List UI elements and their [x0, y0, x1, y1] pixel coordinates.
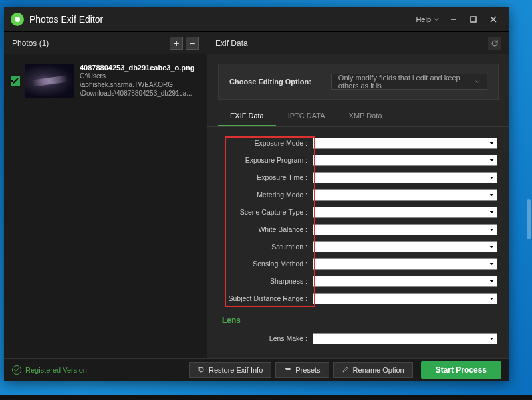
row-sensing-method: Sensing Method : — [219, 257, 497, 270]
row-lens-make: Lens Make : — [219, 332, 497, 345]
chevron-down-icon — [489, 175, 494, 180]
scrollbar-thumb[interactable] — [527, 199, 531, 239]
label-exposure-program: Exposure Program : — [219, 156, 313, 164]
photo-item[interactable]: 40878804253_db291cabc3_o.png C:\Users \a… — [11, 64, 200, 98]
row-exposure-time: Exposure Time : — [219, 171, 497, 184]
input-saturation[interactable] — [313, 241, 497, 252]
chevron-down-icon — [489, 279, 494, 284]
chevron-down-icon — [434, 17, 439, 22]
chevron-down-icon — [489, 210, 494, 215]
minimize-button[interactable] — [444, 11, 463, 27]
presets-label: Presets — [295, 366, 320, 374]
pencil-icon — [342, 366, 349, 373]
label-lens-make: Lens Make : — [219, 334, 313, 342]
input-exposure-program[interactable] — [313, 155, 497, 166]
titlebar: Photos Exif Editor Help — [4, 7, 509, 32]
label-scene-capture: Scene Capture Type : — [219, 208, 313, 216]
exif-pane: Exif Data Choose Editing Option: Only mo… — [207, 32, 509, 358]
row-sharpness: Sharpness : — [219, 274, 497, 288]
input-sharpness[interactable] — [313, 276, 497, 287]
row-exposure-mode: Exposure Mode : — [219, 136, 497, 150]
exif-header: Exif Data — [207, 32, 509, 54]
input-lens-make[interactable] — [313, 333, 497, 344]
chevron-down-icon — [489, 296, 494, 301]
section-lens: Lens — [222, 316, 497, 325]
help-menu[interactable]: Help — [412, 13, 443, 26]
restore-label: Restore Exif Info — [209, 366, 263, 374]
restore-icon — [198, 366, 205, 373]
close-button[interactable] — [484, 11, 503, 27]
row-scene-capture: Scene Capture Type : — [219, 205, 497, 219]
row-metering-mode: Metering Mode : — [219, 188, 497, 201]
registered-label: Registered Version — [25, 366, 87, 374]
start-process-button[interactable]: Start Process — [421, 361, 501, 379]
editing-option-value: Only modify fields that i edit and keep … — [338, 74, 476, 90]
refresh-button[interactable] — [488, 37, 501, 50]
taskbar — [0, 395, 532, 400]
input-exposure-time[interactable] — [313, 172, 497, 183]
row-exposure-program: Exposure Program : — [219, 153, 497, 167]
chevron-down-icon — [489, 193, 494, 197]
chevron-down-icon — [489, 245, 494, 249]
chevron-down-icon — [489, 227, 494, 232]
photo-path-line2: \abhishek.sharma.TWEAKORG — [80, 80, 200, 89]
label-subject-distance: Subject Distance Range : — [219, 294, 313, 302]
app-logo-icon — [11, 13, 24, 26]
input-white-balance[interactable] — [313, 224, 497, 235]
exif-form: Exposure Mode : Exposure Program : Expos… — [207, 127, 509, 358]
label-sharpness: Sharpness : — [219, 277, 313, 285]
chevron-down-icon — [475, 79, 480, 84]
presets-button[interactable]: Presets — [275, 362, 329, 378]
tab-exif[interactable]: EXIF Data — [218, 106, 276, 126]
label-saturation: Saturation : — [219, 243, 313, 250]
photo-checkbox[interactable] — [11, 76, 20, 86]
editing-option-label: Choose Editing Option: — [229, 78, 311, 86]
input-scene-capture[interactable] — [313, 207, 497, 218]
label-sensing-method: Sensing Method : — [219, 260, 313, 268]
row-saturation: Saturation : — [219, 240, 497, 253]
help-label: Help — [416, 15, 431, 23]
input-subject-distance[interactable] — [313, 293, 497, 304]
photo-filename: 40878804253_db291cabc3_o.png — [80, 64, 200, 72]
data-tabs: EXIF Data IPTC DATA XMP Data — [207, 106, 509, 127]
photos-header: Photos (1) + − — [4, 32, 207, 54]
remove-photo-button[interactable]: − — [186, 37, 199, 50]
input-exposure-mode[interactable] — [313, 138, 497, 149]
label-exposure-mode: Exposure Mode : — [219, 139, 313, 147]
photo-meta: 40878804253_db291cabc3_o.png C:\Users \a… — [80, 64, 200, 98]
photo-path-line1: C:\Users — [80, 72, 200, 80]
editing-option-select[interactable]: Only modify fields that i edit and keep … — [331, 74, 487, 90]
label-white-balance: White Balance : — [219, 225, 313, 233]
photos-count: Photos (1) — [12, 39, 167, 48]
check-circle-icon — [12, 365, 21, 375]
tab-iptc[interactable]: IPTC DATA — [276, 106, 337, 126]
tab-xmp[interactable]: XMP Data — [337, 106, 394, 126]
chevron-down-icon — [489, 141, 494, 146]
rename-option-button[interactable]: Rename Option — [333, 362, 413, 378]
add-photo-button[interactable]: + — [170, 37, 183, 50]
footer: Registered Version Restore Exif Info Pre… — [4, 358, 509, 381]
restore-exif-button[interactable]: Restore Exif Info — [189, 362, 271, 378]
registered-badge: Registered Version — [12, 365, 87, 375]
label-exposure-time: Exposure Time : — [219, 173, 313, 181]
row-white-balance: White Balance : — [219, 223, 497, 236]
photo-thumbnail — [25, 64, 74, 98]
photo-path-line3: \Downloads\40878804253_db291ca... — [80, 89, 200, 98]
app-window: Photos Exif Editor Help Photos (1) + − — [4, 7, 509, 381]
label-metering-mode: Metering Mode : — [219, 191, 313, 199]
exif-title: Exif Data — [215, 39, 488, 48]
chevron-down-icon — [489, 158, 494, 163]
maximize-button[interactable] — [464, 11, 483, 27]
svg-rect-1 — [471, 17, 476, 22]
app-title: Photos Exif Editor — [29, 14, 412, 25]
photos-pane: Photos (1) + − 40878804253_db291cabc3_o.… — [4, 32, 207, 358]
chevron-down-icon — [489, 336, 494, 341]
input-sensing-method[interactable] — [313, 258, 497, 270]
start-label: Start Process — [436, 365, 487, 375]
chevron-down-icon — [489, 262, 494, 266]
photo-list: 40878804253_db291cabc3_o.png C:\Users \a… — [4, 54, 207, 358]
editing-option-panel: Choose Editing Option: Only modify field… — [218, 64, 499, 100]
input-metering-mode[interactable] — [313, 189, 497, 201]
rename-label: Rename Option — [353, 366, 404, 374]
row-subject-distance: Subject Distance Range : — [219, 292, 497, 305]
